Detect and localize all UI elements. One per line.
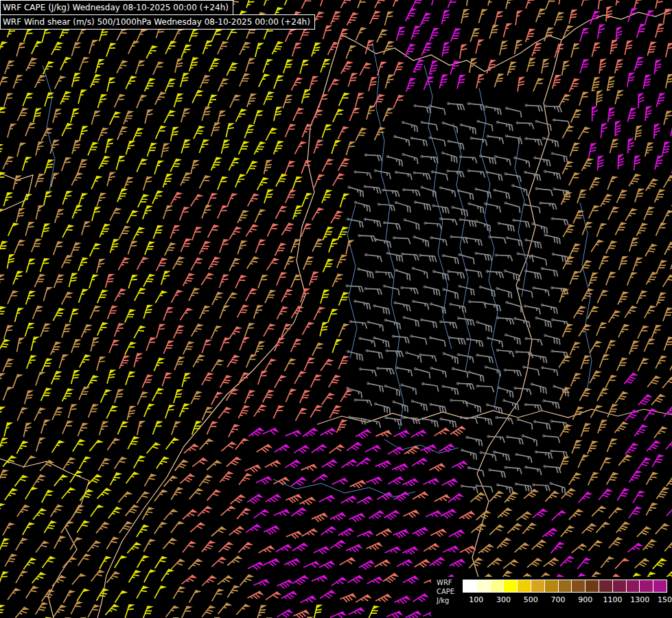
wind-barb xyxy=(553,385,568,397)
wind-barb xyxy=(504,270,520,281)
wind-barb xyxy=(293,575,310,585)
wind-barb xyxy=(431,171,448,181)
wind-barb xyxy=(656,523,670,534)
wind-barb xyxy=(383,222,400,230)
wind-barb xyxy=(402,479,419,486)
wind-barb xyxy=(291,339,303,352)
wind-barb xyxy=(338,356,349,369)
wind-barb xyxy=(91,505,104,516)
wind-barb xyxy=(301,0,313,9)
wind-barb xyxy=(314,547,330,554)
wind-barb xyxy=(118,421,129,434)
wind-barb xyxy=(449,530,465,538)
wind-barb xyxy=(532,540,547,549)
wind-barb xyxy=(405,44,417,57)
wind-barb xyxy=(369,77,378,91)
wind-barb xyxy=(137,421,146,435)
wind-barb xyxy=(375,461,392,468)
wind-barb xyxy=(589,273,599,286)
wind-barb xyxy=(629,506,642,518)
wind-barb xyxy=(137,257,149,270)
wind-barb xyxy=(0,275,5,288)
wind-barb xyxy=(656,293,667,306)
wind-barb xyxy=(78,423,89,436)
wind-barb xyxy=(235,109,247,122)
wind-barb xyxy=(357,531,373,537)
wind-barb xyxy=(60,57,72,70)
wind-barb xyxy=(154,358,165,371)
wind-barb xyxy=(62,191,73,205)
wind-barb xyxy=(514,317,530,328)
wind-barb xyxy=(484,302,500,311)
wind-barb xyxy=(385,12,395,25)
wind-barb xyxy=(72,205,83,219)
map-canvas xyxy=(0,0,672,618)
wind-barb xyxy=(143,205,153,219)
wind-barb xyxy=(3,523,15,536)
wind-barb xyxy=(610,40,618,55)
wind-barb xyxy=(448,102,465,110)
wind-barb xyxy=(229,227,242,239)
wind-barb xyxy=(393,95,405,108)
wind-barb xyxy=(333,109,345,122)
wind-barb xyxy=(89,275,99,288)
wind-barb xyxy=(656,487,670,499)
wind-barb xyxy=(413,59,425,72)
wind-barb xyxy=(472,523,487,533)
wind-barb xyxy=(79,387,90,400)
wind-barb xyxy=(541,268,557,277)
wind-barb xyxy=(263,390,275,403)
wind-barb xyxy=(254,510,270,518)
wind-barb xyxy=(117,126,128,140)
wind-barb xyxy=(240,42,251,55)
wind-barb xyxy=(207,460,222,470)
legend-tick-label: 1500 xyxy=(658,595,672,604)
wind-barb xyxy=(570,342,581,355)
wind-barb xyxy=(503,560,519,569)
wind-barb xyxy=(17,407,28,421)
wind-barb xyxy=(97,488,113,499)
wind-barb xyxy=(531,354,547,363)
wind-barb xyxy=(0,306,7,319)
wind-barb xyxy=(124,177,134,191)
wind-barb xyxy=(62,389,74,402)
wind-barb xyxy=(285,460,301,468)
wind-barb xyxy=(525,239,542,249)
wind-barb xyxy=(662,141,671,156)
wind-barb xyxy=(401,384,417,395)
legend-title: WRF CAPE J/kg xyxy=(437,578,454,605)
wind-barb xyxy=(440,418,456,428)
wind-barb xyxy=(553,75,562,89)
wind-barb xyxy=(322,159,334,172)
wind-barb xyxy=(375,594,392,602)
wind-barb xyxy=(137,95,148,108)
wind-barb xyxy=(609,507,623,518)
wind-barb xyxy=(253,305,264,319)
wind-barb xyxy=(596,223,607,237)
wind-barb xyxy=(384,385,399,396)
wind-barb xyxy=(293,205,303,219)
wind-barb xyxy=(36,141,45,156)
wind-barb xyxy=(551,218,568,226)
wind-barb xyxy=(377,492,393,500)
wind-barb xyxy=(127,542,141,553)
wind-barb xyxy=(3,387,14,400)
wind-barb xyxy=(143,539,156,552)
wind-barb xyxy=(145,78,157,91)
wind-barb xyxy=(247,494,264,504)
wind-barb xyxy=(319,561,336,569)
wind-barb xyxy=(322,459,338,468)
wind-barb xyxy=(664,406,672,417)
wind-barb xyxy=(494,155,511,165)
wind-barb xyxy=(609,537,623,548)
wind-barb xyxy=(459,253,474,264)
wind-barb xyxy=(421,186,436,198)
wind-barb xyxy=(448,0,459,8)
wind-barb xyxy=(354,300,371,310)
wind-barb xyxy=(646,179,659,191)
wind-barb xyxy=(507,62,517,76)
wind-barb xyxy=(395,269,410,281)
wind-barb xyxy=(321,359,334,371)
wind-barb xyxy=(356,93,365,106)
wind-barb xyxy=(439,187,455,197)
